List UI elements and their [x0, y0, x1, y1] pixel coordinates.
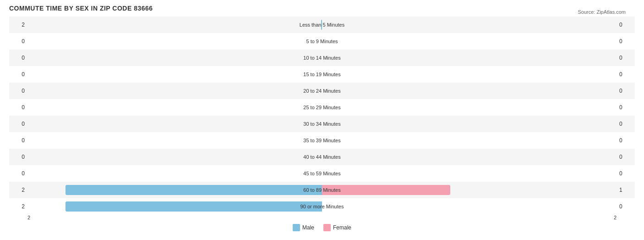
bottom-labels: 2 2 — [9, 215, 635, 220]
male-value: 0 — [9, 55, 27, 61]
male-value: 0 — [9, 104, 27, 111]
female-bar-container — [322, 83, 617, 99]
bars-area: 15 to 19 Minutes — [27, 66, 617, 83]
female-value: 0 — [617, 203, 635, 210]
legend-female-label: Female — [333, 224, 351, 231]
male-value: 0 — [9, 170, 27, 177]
axis-right: 2 — [322, 215, 617, 220]
legend: Male Female — [9, 224, 635, 231]
legend-female-box — [323, 224, 331, 231]
female-bar-container — [322, 132, 617, 149]
male-bar-container — [27, 198, 322, 215]
bars-area: 35 to 39 Minutes — [27, 132, 617, 149]
male-value: 0 — [9, 154, 27, 160]
female-value: 0 — [617, 38, 635, 45]
bars-area: Less than 5 Minutes — [27, 17, 617, 33]
male-bar-container — [27, 165, 322, 182]
female-value: 0 — [617, 121, 635, 127]
chart-row: 0 35 to 39 Minutes 0 — [9, 132, 635, 149]
legend-male: Male — [293, 224, 314, 231]
chart-container: 2 Less than 5 Minutes 0 0 5 to 9 Minutes — [9, 17, 635, 215]
female-bar-container — [322, 198, 617, 215]
male-bar-container — [27, 50, 322, 66]
bars-area: 20 to 24 Minutes — [27, 83, 617, 99]
female-bar-container — [322, 99, 617, 116]
chart-row: 0 20 to 24 Minutes 0 — [9, 83, 635, 99]
axis-left: 2 — [27, 215, 322, 220]
chart-row: 0 15 to 19 Minutes 0 — [9, 66, 635, 83]
female-bar-container — [322, 50, 617, 66]
female-bar-container — [322, 182, 617, 198]
chart-row: 2 60 to 89 Minutes 1 — [9, 182, 635, 198]
male-bar-container — [27, 182, 322, 198]
male-value: 0 — [9, 88, 27, 94]
male-bar — [65, 201, 322, 212]
male-bar-container — [27, 33, 322, 50]
male-value: 0 — [9, 137, 27, 144]
bars-area: 30 to 34 Minutes — [27, 116, 617, 132]
female-bar-container — [322, 17, 617, 33]
legend-male-box — [293, 224, 300, 231]
male-bar-container — [27, 99, 322, 116]
female-value: 0 — [617, 154, 635, 160]
bars-area: 40 to 44 Minutes — [27, 149, 617, 165]
chart-title: COMMUTE TIME BY SEX IN ZIP CODE 83666 — [9, 5, 635, 12]
male-bar-container — [27, 83, 322, 99]
chart-row: 0 25 to 29 Minutes 0 — [9, 99, 635, 116]
male-value: 0 — [9, 121, 27, 127]
male-value: 0 — [9, 38, 27, 45]
female-value: 0 — [617, 170, 635, 177]
chart-row: 0 10 to 14 Minutes 0 — [9, 50, 635, 66]
male-value: 2 — [9, 187, 27, 193]
female-value: 0 — [617, 137, 635, 144]
female-value: 0 — [617, 22, 635, 28]
female-bar — [322, 185, 450, 195]
female-bar-container — [322, 66, 617, 83]
male-value: 0 — [9, 71, 27, 78]
female-value: 0 — [617, 104, 635, 111]
legend-male-label: Male — [302, 224, 314, 231]
male-bar-container — [27, 17, 322, 33]
male-bar-container — [27, 66, 322, 83]
bars-area: 25 to 29 Minutes — [27, 99, 617, 116]
source-label: Source: ZipAtlas.com — [578, 9, 626, 15]
female-bar-container — [322, 33, 617, 50]
female-bar-container — [322, 165, 617, 182]
chart-row: 0 40 to 44 Minutes 0 — [9, 149, 635, 165]
chart-row: 2 Less than 5 Minutes 0 — [9, 17, 635, 33]
male-bar-container — [27, 116, 322, 132]
male-bar — [65, 185, 322, 195]
bars-area: 60 to 89 Minutes — [27, 182, 617, 198]
chart-row: 2 90 or more Minutes 0 — [9, 198, 635, 215]
chart-row: 0 30 to 34 Minutes 0 — [9, 116, 635, 132]
male-value: 2 — [9, 203, 27, 210]
legend-female: Female — [323, 224, 351, 231]
female-bar-container — [322, 149, 617, 165]
bars-area: 45 to 59 Minutes — [27, 165, 617, 182]
female-bar-container — [322, 116, 617, 132]
chart-row: 0 45 to 59 Minutes 0 — [9, 165, 635, 182]
female-value: 0 — [617, 88, 635, 94]
male-bar-container — [27, 149, 322, 165]
male-value: 2 — [9, 22, 27, 28]
bars-area: 5 to 9 Minutes — [27, 33, 617, 50]
bars-area: 10 to 14 Minutes — [27, 50, 617, 66]
female-value: 1 — [617, 187, 635, 193]
female-value: 0 — [617, 55, 635, 61]
male-bar-container — [27, 132, 322, 149]
chart-row: 0 5 to 9 Minutes 0 — [9, 33, 635, 50]
bars-area: 90 or more Minutes — [27, 198, 617, 215]
female-value: 0 — [617, 71, 635, 78]
